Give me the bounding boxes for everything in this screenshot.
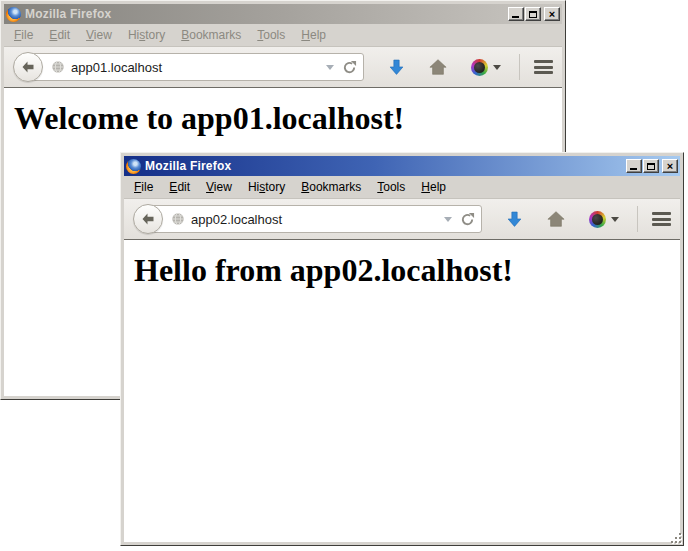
back-button[interactable] — [133, 204, 163, 234]
home-button[interactable] — [547, 210, 565, 228]
menu-button[interactable] — [652, 212, 671, 226]
addon-button[interactable] — [471, 59, 501, 76]
globe-icon[interactable] — [171, 212, 185, 226]
menu-edit[interactable]: Edit — [161, 177, 198, 197]
minimize-button[interactable] — [626, 159, 642, 173]
minimize-icon — [512, 16, 519, 18]
menu-bar: File Edit View History Bookmarks Tools H… — [4, 24, 562, 46]
menu-view[interactable]: View — [198, 177, 240, 197]
page-heading: Hello from app02.localhost! — [134, 252, 680, 289]
window-controls: × — [508, 7, 560, 21]
back-arrow-icon — [140, 211, 156, 227]
menu-tools[interactable]: Tools — [249, 25, 293, 45]
addon-color-wheel-icon — [589, 211, 606, 228]
window-controls: × — [626, 159, 678, 173]
firefox-logo-icon[interactable] — [6, 7, 21, 22]
downloads-button[interactable] — [388, 59, 405, 76]
menu-help[interactable]: Help — [293, 25, 334, 45]
reload-icon[interactable] — [460, 212, 475, 227]
addon-button[interactable] — [589, 211, 619, 228]
maximize-button[interactable] — [525, 7, 541, 21]
menu-view[interactable]: View — [78, 25, 120, 45]
window-title: Mozilla Firefox — [145, 159, 231, 173]
url-bar[interactable] — [148, 205, 482, 233]
menu-history[interactable]: History — [120, 25, 173, 45]
toolbar-separator — [519, 54, 520, 80]
back-arrow-icon — [20, 59, 36, 75]
menu-bar: File Edit View History Bookmarks Tools H… — [124, 176, 680, 198]
addon-caret-icon[interactable] — [493, 65, 501, 70]
back-button[interactable] — [13, 52, 43, 82]
menu-history[interactable]: History — [240, 177, 293, 197]
downloads-button[interactable] — [506, 211, 523, 228]
menu-tools[interactable]: Tools — [369, 177, 413, 197]
addon-caret-icon[interactable] — [611, 217, 619, 222]
titlebar[interactable]: Mozilla Firefox × — [4, 4, 562, 24]
maximize-icon — [529, 11, 537, 18]
menu-button[interactable] — [534, 60, 553, 74]
reload-icon[interactable] — [342, 60, 357, 75]
url-dropdown-icon[interactable] — [444, 217, 452, 222]
hamburger-icon — [534, 60, 553, 63]
menu-file[interactable]: File — [6, 25, 41, 45]
minimize-icon — [630, 168, 637, 170]
download-arrow-icon — [506, 211, 523, 228]
url-bar[interactable] — [28, 53, 364, 81]
close-button[interactable]: × — [544, 7, 560, 21]
url-input[interactable] — [71, 60, 322, 75]
resize-grip[interactable] — [670, 532, 682, 544]
globe-icon[interactable] — [51, 60, 65, 74]
url-dropdown-icon[interactable] — [326, 65, 334, 70]
navigation-toolbar — [124, 198, 680, 240]
close-button[interactable]: × — [662, 159, 678, 173]
window-title: Mozilla Firefox — [25, 7, 111, 21]
home-icon — [429, 58, 447, 76]
browser-window-app02: Mozilla Firefox × File Edit View History… — [120, 152, 684, 546]
titlebar[interactable]: Mozilla Firefox × — [124, 156, 680, 176]
menu-file[interactable]: File — [126, 177, 161, 197]
download-arrow-icon — [388, 59, 405, 76]
home-icon — [547, 210, 565, 228]
minimize-button[interactable] — [508, 7, 524, 21]
toolbar-separator — [637, 206, 638, 232]
navigation-toolbar — [4, 46, 562, 88]
hamburger-icon — [652, 212, 671, 215]
maximize-button[interactable] — [643, 159, 659, 173]
addon-color-wheel-icon — [471, 59, 488, 76]
page-content: Hello from app02.localhost! — [124, 240, 680, 542]
menu-bookmarks[interactable]: Bookmarks — [293, 177, 369, 197]
home-button[interactable] — [429, 58, 447, 76]
menu-help[interactable]: Help — [413, 177, 454, 197]
menu-edit[interactable]: Edit — [41, 25, 78, 45]
page-heading: Welcome to app01.localhost! — [14, 100, 562, 137]
firefox-logo-icon[interactable] — [126, 159, 141, 174]
maximize-icon — [647, 163, 655, 170]
url-input[interactable] — [191, 212, 440, 227]
menu-bookmarks[interactable]: Bookmarks — [173, 25, 249, 45]
